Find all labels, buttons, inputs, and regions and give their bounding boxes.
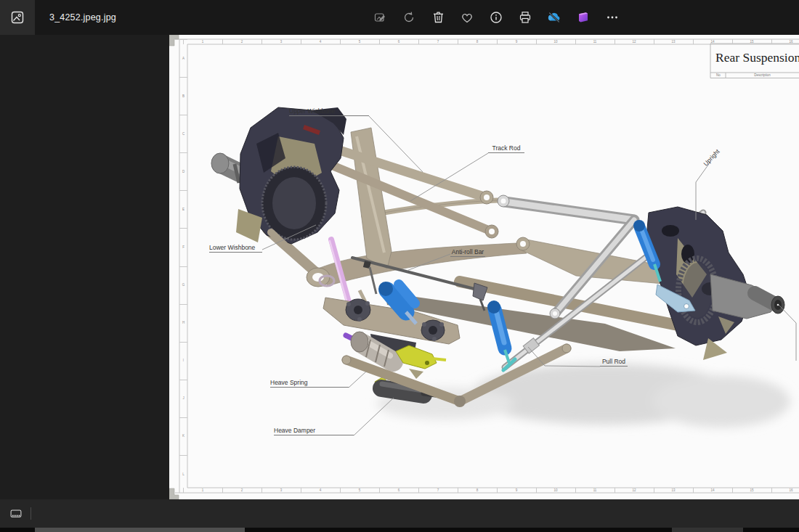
bottombar bbox=[0, 499, 799, 528]
ruler-column-label: 12 bbox=[615, 39, 654, 44]
ruler-column-label: 14 bbox=[693, 39, 732, 44]
page-corner-marks bbox=[169, 35, 179, 499]
ruler-row-label: L bbox=[179, 455, 187, 493]
photo-rear-suspension-drawing: 12345678910111213141516 1234567891011121… bbox=[169, 35, 799, 499]
bottombar-divider bbox=[31, 507, 31, 520]
ruler-column-label: 10 bbox=[536, 39, 575, 44]
clipchamp-button[interactable] bbox=[569, 0, 598, 35]
heart-icon bbox=[461, 12, 474, 24]
ruler-row-label: H bbox=[179, 304, 187, 342]
see-more-button[interactable] bbox=[598, 0, 627, 35]
image-viewer-canvas[interactable]: 12345678910111213141516 1234567891011121… bbox=[0, 35, 799, 499]
delete-button[interactable] bbox=[423, 0, 453, 35]
filmstrip-icon bbox=[10, 507, 22, 520]
ruler-column-label: 13 bbox=[654, 488, 693, 493]
ruler-row-label: I bbox=[179, 342, 187, 380]
ruler-row-label: E bbox=[179, 190, 187, 228]
print-button[interactable] bbox=[511, 0, 540, 35]
cloud-status-button[interactable] bbox=[540, 0, 569, 35]
ruler-column-label: 3 bbox=[261, 39, 301, 44]
ruler-column-label: 15 bbox=[732, 39, 771, 44]
ruler-column-label: 2 bbox=[222, 39, 261, 44]
trash-icon bbox=[432, 11, 445, 24]
edit-image-button[interactable] bbox=[365, 0, 394, 35]
info-icon bbox=[490, 11, 503, 24]
ruler-row-label: G bbox=[179, 266, 187, 304]
ruler-column-label: 6 bbox=[379, 39, 418, 44]
filmstrip-toggle-button[interactable] bbox=[6, 505, 26, 523]
ruler-column-label: 8 bbox=[458, 488, 497, 493]
ruler-column-label: 4 bbox=[301, 39, 340, 44]
cloud-offline-icon bbox=[547, 11, 561, 24]
label-pull-rod: Pull Rod bbox=[600, 358, 628, 367]
ruler-column-label: 13 bbox=[654, 39, 693, 44]
ruler-column-label: 9 bbox=[497, 39, 536, 44]
ruler-column-label: 4 bbox=[301, 488, 340, 493]
edit-image-icon bbox=[374, 12, 386, 24]
more-dots-icon bbox=[606, 11, 619, 24]
label-anti-roll-bar: Anti-roll Bar bbox=[450, 248, 485, 257]
ruler-column-label: 16 bbox=[771, 39, 799, 44]
ruler-column-label: 7 bbox=[418, 39, 458, 44]
toolbar bbox=[365, 0, 627, 35]
photo-icon bbox=[10, 10, 25, 25]
ruler-row-label: D bbox=[179, 152, 187, 190]
label-heave-damper: Heave Damper bbox=[274, 427, 354, 435]
label-heave-spring: Heave Spring bbox=[270, 379, 349, 388]
ruler-row-label: C bbox=[179, 115, 187, 152]
top-ruler: 12345678910111213141516 bbox=[183, 39, 799, 44]
favorite-button[interactable] bbox=[453, 0, 482, 35]
label-upper-wishbone: Upper Wishbone bbox=[289, 107, 369, 116]
ruler-column-label: 1 bbox=[183, 39, 222, 44]
left-upright-assembly bbox=[211, 107, 346, 253]
title-block-description-label: Description bbox=[726, 73, 799, 77]
ruler-column-label: 11 bbox=[575, 488, 615, 493]
ruler-column-label: 8 bbox=[458, 39, 497, 44]
ruler-column-label: 3 bbox=[261, 488, 301, 493]
filename: 3_4252.jpeg.jpg bbox=[49, 0, 116, 35]
label-lower-wishbone: Lower Wishbone bbox=[209, 244, 262, 253]
ruler-column-label: 5 bbox=[340, 39, 379, 44]
ruler-column-label: 14 bbox=[693, 488, 732, 493]
ruler-column-label: 7 bbox=[418, 488, 458, 493]
ruler-column-label: 11 bbox=[575, 39, 615, 44]
sheet-title: Rear Suspension bbox=[715, 50, 799, 65]
right-upright-assembly bbox=[646, 207, 784, 360]
ruler-column-label: 16 bbox=[771, 488, 799, 493]
titlebar: 3_4252.jpeg.jpg bbox=[0, 0, 799, 35]
ruler-column-label: 12 bbox=[615, 488, 654, 493]
photos-app-icon[interactable] bbox=[0, 0, 35, 35]
title-block-no-label: No bbox=[712, 73, 725, 77]
suspension-drawing bbox=[169, 35, 799, 499]
label-track-rod: Track Rod bbox=[488, 144, 524, 153]
ruler-column-label: 10 bbox=[536, 488, 575, 493]
ruler-row-label: J bbox=[179, 380, 187, 417]
scrollbar-thumb-secondary[interactable] bbox=[672, 528, 743, 532]
ruler-column-label: 9 bbox=[497, 488, 536, 493]
scrollbar-thumb[interactable] bbox=[35, 528, 245, 532]
rotate-button[interactable] bbox=[394, 0, 423, 35]
rotate-icon bbox=[402, 11, 415, 24]
ruler-column-label: 15 bbox=[732, 488, 771, 493]
horizontal-scrollbar-track[interactable] bbox=[0, 528, 799, 532]
file-info-button[interactable] bbox=[482, 0, 511, 35]
clipchamp-icon bbox=[577, 11, 590, 24]
ruler-row-label: K bbox=[179, 417, 187, 455]
bottom-ruler: 12345678910111213141516 bbox=[183, 488, 799, 493]
ruler-column-label: 6 bbox=[379, 488, 418, 493]
photos-app-window: 3_4252.jpeg.jpg bbox=[0, 0, 799, 532]
left-ruler: ABCDEFGHIJKL bbox=[179, 39, 187, 493]
ruler-column-label: 5 bbox=[340, 488, 379, 493]
ruler-column-label: 2 bbox=[222, 488, 261, 493]
ruler-column-label: 1 bbox=[183, 488, 222, 493]
ruler-row-label: F bbox=[179, 228, 187, 266]
ruler-row-label: A bbox=[179, 39, 187, 77]
ruler-row-label: B bbox=[179, 77, 187, 115]
printer-icon bbox=[519, 11, 532, 24]
